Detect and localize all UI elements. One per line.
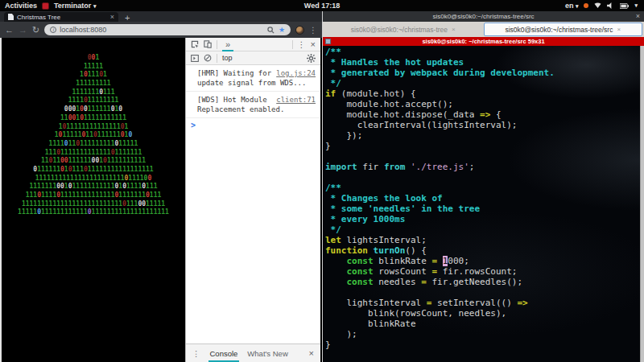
tree-row-segment: 11111111111111111111111 [35, 175, 125, 182]
device-toolbar-icon[interactable] [204, 40, 212, 48]
clear-console-icon[interactable] [204, 54, 212, 62]
tree-row-segment: 00 [92, 157, 100, 164]
search-icon[interactable] [267, 27, 275, 34]
vim-status-line: "lights.js" 67L, 1485C written 21,23 Top [325, 350, 638, 360]
tree-row: 11101111011111111111111011111110111 [2, 191, 185, 200]
code-line-segment [325, 256, 347, 266]
tree-row-segment: 1111111 [118, 191, 146, 199]
tree-row-segment: 00 [56, 183, 64, 190]
new-tab-button[interactable]: + [125, 14, 130, 22]
javascript-context-dropdown[interactable]: top [222, 54, 233, 62]
site-info-icon[interactable]: i [50, 27, 56, 33]
activities-button[interactable]: Activities [5, 2, 37, 10]
code-line-segment: (module.hot) { [336, 88, 415, 99]
tree-row-segment: 111 [45, 149, 56, 156]
tree-row-segment: 1111 [49, 140, 64, 147]
profile-avatar[interactable] [295, 26, 304, 35]
tree-row-segment: 111 [150, 191, 161, 199]
console-message-text: [WDS] Hot Module Replacement enabled. [197, 96, 284, 113]
reload-button[interactable]: ↻ [32, 26, 39, 35]
terminal-tab-christmas-tree[interactable]: sis0k0@sis0k0:~/christmas-tree × [324, 23, 482, 36]
gnome-top-bar: Activities Terminator ▾ Wed 17:18 en ▾ ▾ [0, 0, 644, 11]
code-line-segment [325, 266, 347, 277]
code-line: clearInterval(lightsInterval); [325, 120, 638, 130]
console-prompt[interactable]: > [186, 118, 320, 132]
browser-menu-icon[interactable]: ⋮ [309, 26, 317, 35]
drawer-menu-icon[interactable]: ⋮ [192, 349, 200, 358]
vim-editor[interactable]: /** * Handles the hot updates * generate… [323, 46, 644, 362]
terminal-grip-icon [325, 39, 331, 44]
keyboard-layout-indicator[interactable]: en ▾ [565, 2, 579, 10]
code-line-segment: 000; [448, 256, 469, 266]
code-line-segment: ; [469, 162, 475, 172]
page-viewport: 0011111110111011111111111111111011111110… [0, 38, 185, 362]
console-sidebar-icon[interactable] [191, 55, 199, 62]
terminal-tab-src[interactable]: sis0k0@sis0k0:~/christmas-tree/src × [484, 23, 643, 36]
code-line: */ [325, 78, 638, 88]
terminal-tab-label: sis0k0@sis0k0:~/christmas-tree/src [505, 26, 613, 34]
code-line: } [325, 141, 638, 151]
code-line-segment: fir.rowsCount; [437, 266, 517, 277]
tree-row-segment: 11111111111111 [66, 123, 120, 130]
url-text: localhost:8080 [60, 26, 106, 34]
tree-row-segment: 111111 [68, 157, 92, 164]
page-favicon-icon [8, 14, 14, 20]
vim-code: /** * Handles the hot updates * generate… [325, 47, 638, 350]
clock[interactable]: Wed 17:18 [0, 2, 644, 10]
tree-row-segment: 11111111111111 [60, 191, 114, 199]
tab-close-icon[interactable]: × [110, 14, 114, 20]
tree-row-segment: 1 [95, 54, 99, 61]
address-bar[interactable]: i localhost:8080 ★ [44, 24, 291, 35]
code-line [325, 287, 638, 298]
terminal-geometry-title: sis0k0@sis0k0: ~/christmas-tree/src 59x3… [422, 38, 544, 45]
code-line-segment: * every 1000ms [325, 214, 405, 224]
code-line-segment: module.hot.accept(); [325, 99, 453, 109]
app-menu[interactable]: Terminator ▾ [54, 2, 96, 10]
terminal-titlebar[interactable]: sis0k0@sis0k0:~/christmas-tree/src × [323, 11, 644, 22]
tab-close-icon[interactable]: × [617, 26, 621, 33]
code-line-segment: } [325, 339, 331, 350]
tab-whats-new[interactable]: What's New [247, 349, 287, 358]
window-close-icon[interactable]: × [636, 11, 640, 22]
code-line-segment: () { [405, 245, 427, 256]
tree-row-segment: 11 [60, 114, 68, 121]
bookmark-star-icon[interactable]: ★ [279, 26, 285, 34]
source-link[interactable]: client:71 [276, 95, 316, 105]
source-link[interactable]: log.js:24 [276, 68, 316, 78]
drawer-close-icon[interactable]: × [309, 348, 314, 358]
code-line: module.hot.accept(); [325, 99, 638, 109]
code-line-segment: lightsInterval [325, 298, 427, 308]
back-button[interactable]: ← [5, 26, 14, 35]
code-line: let lightsInterval; [325, 235, 638, 245]
tree-row-segment: 111111 [37, 166, 60, 173]
tree-row-segment: 11 [41, 157, 49, 164]
code-line [325, 151, 638, 162]
system-menu-chevron-icon[interactable]: ▾ [634, 2, 638, 9]
devtools-menu-icon[interactable]: ⋮ [298, 40, 306, 49]
more-tabs-button[interactable]: » [222, 39, 233, 49]
code-line-segment: * Changes the look of [325, 193, 443, 204]
terminal-scrollbar[interactable] [640, 46, 644, 362]
code-line: module.hot.dispose(_data => { [325, 109, 638, 120]
code-line-segment: needles [374, 277, 422, 287]
tree-row: 111111111 [2, 80, 185, 88]
console-settings-gear-icon[interactable] [307, 54, 316, 63]
forward-button[interactable]: → [19, 26, 27, 35]
code-line-segment: let [325, 235, 341, 245]
browser-tab-christmas-tree[interactable]: Christmas Tree × [4, 12, 118, 22]
inspect-element-icon[interactable] [191, 40, 199, 48]
tree-row-segment: 11111 [118, 140, 138, 147]
terminal-focus-titlebar[interactable]: sis0k0@sis0k0: ~/christmas-tree/src 59x3… [323, 37, 644, 46]
code-line: /** [325, 47, 638, 57]
code-line [325, 172, 638, 183]
tab-console[interactable]: Console [208, 345, 240, 362]
tree-row-segment: 111111111111 [41, 208, 88, 216]
code-line-segment: const [347, 256, 374, 266]
devtools-close-icon[interactable]: × [311, 39, 316, 49]
tree-row-segment: 11111 [62, 131, 81, 138]
volume-icon [607, 2, 614, 9]
code-line: blink(rowsCount, needles), [325, 308, 638, 319]
divider [217, 40, 217, 49]
tab-close-icon[interactable]: × [452, 26, 456, 33]
code-line-segment [405, 162, 411, 172]
